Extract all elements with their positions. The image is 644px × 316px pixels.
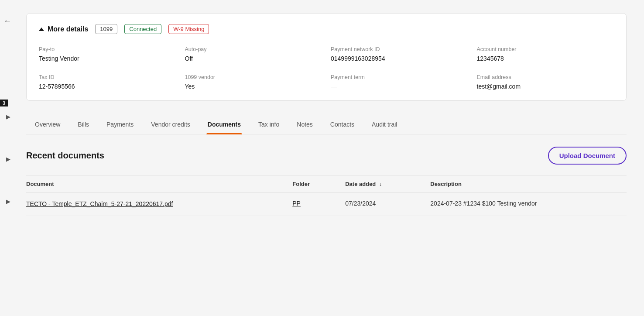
field-payment-network-id-label: Payment network ID	[331, 46, 468, 52]
sidebar-arrow-3[interactable]: ▶	[6, 198, 10, 205]
page-wrapper: ← ▶ ▶ ▶ 3 More details 1099 Connected W-…	[0, 0, 644, 316]
field-account-number-label: Account number	[477, 46, 614, 52]
cell-document: TECTO - Temple_ETZ_Chaim_5-27-21_2022061…	[26, 193, 285, 216]
document-link[interactable]: TECTO - Temple_ETZ_Chaim_5-27-21_2022061…	[26, 200, 173, 207]
table-header-row: Document Folder Date added ↓ Description	[26, 175, 627, 193]
details-grid: Pay-to Testing Vendor Auto-pay Off Payme…	[39, 46, 614, 90]
field-auto-pay-value: Off	[185, 55, 322, 62]
field-1099-vendor: 1099 vendor Yes	[185, 74, 322, 90]
cell-description: 2024-07-23 #1234 $100 Testing vendor	[423, 193, 627, 216]
details-card-header: More details 1099 Connected W-9 Missing	[39, 24, 614, 34]
sidebar-arrow-2[interactable]: ▶	[6, 156, 10, 162]
field-email-address: Email address test@gmail.com	[477, 74, 614, 90]
section-title: Recent documents	[26, 151, 104, 161]
folder-link[interactable]: PP	[292, 200, 301, 207]
field-pay-to-label: Pay-to	[39, 46, 176, 52]
field-account-number-value: 12345678	[477, 55, 614, 62]
chevron-up-icon[interactable]	[39, 27, 44, 31]
col-header-description: Description	[423, 175, 627, 193]
details-card: More details 1099 Connected W-9 Missing …	[26, 13, 627, 101]
col-header-date-added[interactable]: Date added ↓	[338, 175, 423, 193]
section-header: Recent documents Upload Document	[26, 147, 627, 165]
details-title: More details	[39, 25, 88, 33]
cell-folder: PP	[285, 193, 338, 216]
badge-connected: Connected	[124, 24, 161, 34]
tab-notes[interactable]: Notes	[288, 115, 322, 134]
field-auto-pay-label: Auto-pay	[185, 46, 322, 52]
tab-documents[interactable]: Documents	[199, 115, 250, 134]
tab-audit-trail[interactable]: Audit trail	[363, 115, 406, 134]
tab-payments[interactable]: Payments	[98, 115, 142, 134]
field-payment-term-value: —	[331, 83, 468, 90]
field-payment-network-id-value: 0149999163028954	[331, 55, 468, 62]
tab-tax-info[interactable]: Tax info	[250, 115, 288, 134]
documents-table: Document Folder Date added ↓ Description…	[26, 175, 627, 216]
badge-1099: 1099	[95, 24, 117, 34]
field-pay-to-value: Testing Vendor	[39, 55, 176, 62]
field-tax-id: Tax ID 12-57895566	[39, 74, 176, 90]
field-email-address-label: Email address	[477, 74, 614, 80]
field-payment-term: Payment term —	[331, 74, 468, 90]
field-tax-id-label: Tax ID	[39, 74, 176, 80]
field-account-number: Account number 12345678	[477, 46, 614, 62]
col-header-date-added-label: Date added	[345, 181, 376, 187]
tab-overview[interactable]: Overview	[26, 115, 69, 134]
details-title-text: More details	[48, 25, 88, 33]
sidebar-arrow-1[interactable]: ▶	[6, 113, 10, 120]
field-tax-id-value: 12-57895566	[39, 83, 176, 90]
tab-contacts[interactable]: Contacts	[322, 115, 363, 134]
back-arrow-icon[interactable]: ←	[3, 17, 11, 26]
field-1099-vendor-value: Yes	[185, 83, 322, 90]
tab-vendor-credits[interactable]: Vendor credits	[142, 115, 199, 134]
table-row: TECTO - Temple_ETZ_Chaim_5-27-21_2022061…	[26, 193, 627, 216]
field-payment-term-label: Payment term	[331, 74, 468, 80]
field-1099-vendor-label: 1099 vendor	[185, 74, 322, 80]
badge-w9-missing: W-9 Missing	[168, 24, 209, 34]
col-header-document: Document	[26, 175, 285, 193]
tabs-container: Overview Bills Payments Vendor credits D…	[26, 115, 627, 134]
field-auto-pay: Auto-pay Off	[185, 46, 322, 62]
upload-document-button[interactable]: Upload Document	[548, 147, 627, 165]
main-content: Recent documents Upload Document Documen…	[26, 134, 627, 216]
field-pay-to: Pay-to Testing Vendor	[39, 46, 176, 62]
tab-bills[interactable]: Bills	[69, 115, 98, 134]
sidebar-expand-arrows: ▶ ▶ ▶	[6, 113, 10, 205]
sidebar-badge: 3	[0, 100, 8, 106]
cell-date-added: 07/23/2024	[338, 193, 423, 216]
field-payment-network-id: Payment network ID 0149999163028954	[331, 46, 468, 62]
sort-desc-icon: ↓	[379, 181, 382, 187]
col-header-folder: Folder	[285, 175, 338, 193]
field-email-address-value: test@gmail.com	[477, 83, 614, 90]
